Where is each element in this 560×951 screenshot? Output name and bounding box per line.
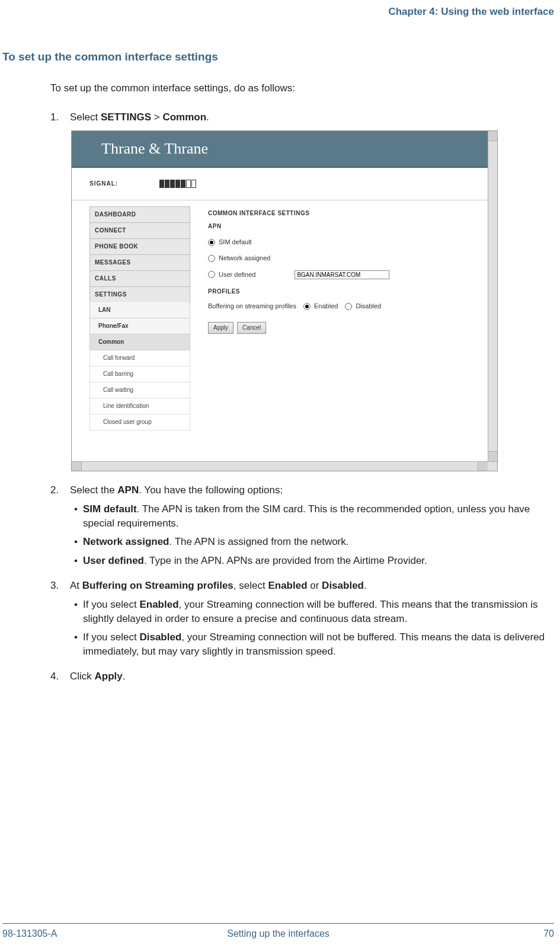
- nav-lineid[interactable]: Line identification: [89, 398, 190, 414]
- bold: Enabled: [139, 599, 178, 610]
- buffering-label: Buffering on streaming profiles: [208, 302, 296, 311]
- bold: Disabled: [139, 631, 181, 643]
- embedded-screenshot: Thrane & Thrane SIGNAL: DASHBOARD CONNEC…: [71, 130, 498, 471]
- brand-header: Thrane & Thrane: [72, 131, 488, 168]
- bullet-network-assigned: • Network assigned. The APN is assigned …: [74, 535, 554, 549]
- footer-section: Setting up the interfaces: [2, 928, 554, 939]
- scrollbar-horizontal[interactable]: [72, 461, 497, 471]
- nav-settings[interactable]: SETTINGS: [89, 286, 190, 302]
- text: Select: [70, 111, 101, 123]
- text: .: [364, 580, 367, 591]
- text: If you select: [83, 631, 139, 643]
- text: . You have the following options:: [139, 484, 283, 496]
- radio-user-label: User defined: [219, 270, 255, 279]
- nav-messages[interactable]: MESSAGES: [89, 254, 190, 270]
- panel-title: COMMON INTERFACE SETTINGS: [208, 209, 482, 218]
- bullet-enabled: • If you select Enabled, your Streaming …: [74, 598, 554, 626]
- bold: Enabled: [268, 580, 307, 591]
- enabled-label: Enabled: [314, 302, 338, 311]
- chapter-header: Chapter 4: Using the web interface: [0, 0, 560, 18]
- radio-sim-label: SIM default: [219, 238, 252, 247]
- nav-phonefax[interactable]: Phone/Fax: [89, 318, 190, 334]
- step-number: 4.: [50, 669, 70, 684]
- radio-sim-default[interactable]: [208, 239, 215, 246]
- text: .: [206, 111, 209, 123]
- apn-heading: APN: [208, 222, 482, 231]
- sidebar-nav: DASHBOARD CONNECT PHONE BOOK MESSAGES CA…: [72, 200, 190, 461]
- text: Click: [70, 671, 95, 682]
- step-number: 3.: [50, 579, 70, 593]
- bold: Disabled: [322, 580, 364, 591]
- common-bold: Common: [162, 111, 206, 123]
- text: . The APN is taken from the SIM card. Th…: [83, 503, 530, 529]
- text: . Type in the APN. APNs are provided fro…: [144, 555, 427, 566]
- radio-network-assigned[interactable]: [208, 255, 215, 262]
- bullet-sim-default: • SIM default. The APN is taken from the…: [74, 502, 554, 531]
- step-number: 2.: [50, 483, 70, 497]
- step-number: 1.: [50, 110, 70, 125]
- text: , select: [233, 580, 268, 591]
- apn-bold: APN: [117, 484, 139, 496]
- text: At: [70, 580, 82, 591]
- apply-bold: Apply: [95, 671, 123, 682]
- signal-bars-icon: [159, 180, 196, 188]
- nav-lan[interactable]: LAN: [89, 302, 190, 318]
- bold: SIM default: [83, 503, 137, 515]
- text: Select the: [70, 484, 117, 496]
- radio-disabled[interactable]: [345, 303, 352, 310]
- cancel-button[interactable]: Cancel: [237, 322, 266, 334]
- step-3: 3. At Buffering on Streaming profiles, s…: [50, 579, 554, 593]
- nav-calls[interactable]: CALLS: [89, 270, 190, 286]
- page-footer: 98-131305-A Setting up the interfaces 70: [2, 923, 554, 939]
- apn-user-input[interactable]: [295, 270, 389, 279]
- bullet-user-defined: • User defined. Type in the APN. APNs ar…: [74, 554, 554, 568]
- step-2: 2. Select the APN. You have the followin…: [50, 483, 554, 497]
- nav-connect[interactable]: CONNECT: [89, 222, 190, 238]
- radio-user-defined[interactable]: [208, 271, 215, 278]
- nav-callbarring[interactable]: Call barring: [89, 366, 190, 382]
- nav-common[interactable]: Common: [89, 334, 190, 350]
- nav-dashboard[interactable]: DASHBOARD: [89, 206, 190, 222]
- intro-text: To set up the common interface settings,…: [50, 81, 554, 95]
- text: >: [151, 111, 162, 123]
- nav-cug[interactable]: Closed user group: [89, 414, 190, 430]
- nav-phonebook[interactable]: PHONE BOOK: [89, 238, 190, 254]
- radio-enabled[interactable]: [303, 303, 311, 310]
- text: or: [308, 580, 322, 591]
- step-1: 1. Select SETTINGS > Common.: [50, 110, 554, 125]
- text: . The APN is assigned from the network.: [169, 536, 349, 547]
- bold: Buffering on Streaming profiles: [82, 580, 233, 591]
- profiles-heading: PROFILES: [208, 288, 482, 296]
- apply-button[interactable]: Apply: [208, 322, 233, 334]
- step-4: 4. Click Apply.: [50, 669, 554, 684]
- bold: User defined: [83, 555, 144, 566]
- settings-bold: SETTINGS: [101, 111, 151, 123]
- bullet-disabled: • If you select Disabled, your Streaming…: [74, 630, 554, 659]
- nav-callwaiting[interactable]: Call waiting: [89, 382, 190, 398]
- text: If you select: [83, 599, 139, 610]
- scrollbar-vertical[interactable]: [488, 131, 497, 461]
- signal-label: SIGNAL:: [89, 180, 118, 188]
- text: .: [123, 671, 126, 682]
- section-title: To set up the common interface settings: [2, 50, 560, 63]
- radio-network-label: Network assigned: [219, 254, 270, 263]
- disabled-label: Disabled: [356, 302, 381, 311]
- bold: Network assigned: [83, 536, 169, 547]
- nav-callforward[interactable]: Call forward: [89, 350, 190, 366]
